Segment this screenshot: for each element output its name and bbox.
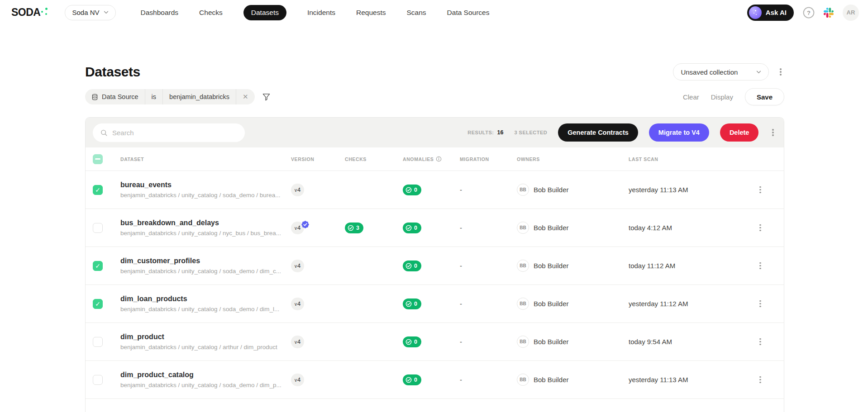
anomalies-count: 0 (414, 301, 417, 307)
filter-funnel-icon[interactable] (262, 93, 271, 101)
dataset-rows: ✓bureau_eventsbenjamin_databricks / unit… (86, 171, 784, 412)
row-checkbox[interactable] (93, 337, 103, 347)
version-prefix: v (295, 226, 297, 231)
filter-value[interactable]: benjamin_databricks (162, 89, 236, 104)
filter-remove-button[interactable]: ✕ (236, 89, 255, 104)
owner: BBBob Builder (517, 222, 629, 234)
row-select-cell (86, 375, 120, 385)
owners-cell: BBBob Builder (517, 222, 629, 234)
owner: BBBob Builder (517, 374, 629, 386)
row-menu-kebab-icon[interactable] (757, 298, 764, 310)
column-header-checks[interactable]: CHECKS (345, 156, 403, 162)
row-checkbox[interactable]: ✓ (93, 261, 103, 271)
save-button[interactable]: Save (745, 88, 784, 105)
column-header-dataset[interactable]: DATASET (120, 156, 291, 162)
version-badge: v4 (291, 336, 304, 348)
anomalies-badge[interactable]: 0 (403, 260, 421, 271)
table-row: dim_product_catalogbenjamin_databricks /… (86, 361, 784, 399)
row-checkbox[interactable]: ✓ (93, 299, 103, 309)
owners-cell: BBBob Builder (517, 298, 629, 310)
column-header-owners[interactable]: OWNERS (517, 156, 629, 162)
row-checkbox[interactable] (93, 223, 103, 233)
column-header-migration[interactable]: MIGRATION (460, 156, 517, 162)
checks-badge[interactable]: 3 (345, 223, 363, 233)
filter-field[interactable]: Data Source (85, 89, 145, 104)
search-icon (100, 129, 108, 137)
soda-logo[interactable]: SODA (11, 6, 48, 19)
column-header-last-scan[interactable]: LAST SCAN (629, 156, 757, 162)
owner-name: Bob Builder (534, 300, 569, 308)
check-icon: ✓ (95, 263, 100, 269)
ask-ai-icon (749, 6, 762, 19)
dataset-cell: bus_breakdown_and_delaysbenjamin_databri… (120, 219, 291, 237)
nav-item-scans[interactable]: Scans (406, 9, 426, 17)
page-title: Datasets (85, 64, 140, 80)
info-icon[interactable] (436, 156, 442, 162)
filter-field-label: Data Source (102, 93, 138, 100)
dataset-name-link[interactable]: dim_customer_profiles (120, 257, 200, 265)
toolbar-kebab-icon[interactable] (769, 126, 777, 139)
row-checkbox[interactable]: ✓ (93, 185, 103, 195)
dataset-cell: dim_loan_productsbenjamin_databricks / u… (120, 295, 291, 313)
org-selector-label: Soda NV (72, 9, 99, 16)
dataset-name-link[interactable]: dim_product (120, 333, 164, 341)
dataset-name-link[interactable]: bus_breakdown_and_delays (120, 219, 219, 227)
last-scan-cell: today 9:54 AM (629, 338, 757, 346)
owners-cell: BBBob Builder (517, 184, 629, 196)
row-menu-kebab-icon[interactable] (757, 260, 764, 272)
user-avatar[interactable]: AR (843, 5, 859, 21)
ask-ai-button[interactable]: Ask AI (747, 5, 794, 21)
org-selector[interactable]: Soda NV (65, 5, 115, 20)
row-menu-kebab-icon[interactable] (757, 374, 764, 386)
collection-selector[interactable]: Unsaved collection (673, 63, 769, 81)
version-cell: v4 (291, 374, 345, 386)
anomalies-cell: 0 (403, 223, 460, 233)
nav-item-checks[interactable]: Checks (199, 9, 223, 17)
row-menu-kebab-icon[interactable] (757, 336, 764, 348)
dataset-name-link[interactable]: bureau_events (120, 181, 172, 189)
owners-cell: BBBob Builder (517, 336, 629, 348)
nav-item-dashboards[interactable]: Dashboards (141, 9, 179, 17)
svg-text:?: ? (807, 9, 811, 16)
anomalies-badge[interactable]: 0 (403, 374, 421, 385)
last-scan-cell: today 4:12 AM (629, 224, 757, 232)
owner-avatar: BB (517, 336, 529, 348)
results-count: 16 (497, 129, 503, 136)
anomalies-badge[interactable]: 0 (403, 336, 421, 347)
dataset-name-link[interactable]: dim_loan_products (120, 295, 187, 303)
nav-item-incidents[interactable]: Incidents (307, 9, 335, 17)
select-all-checkbox[interactable] (93, 154, 103, 164)
owner: BBBob Builder (517, 260, 629, 272)
migration-value: - (460, 186, 462, 194)
search-input[interactable] (112, 129, 238, 137)
column-header-anomalies[interactable]: ANOMALIES (403, 156, 460, 162)
row-menu-kebab-icon[interactable] (757, 184, 764, 196)
nav-item-requests[interactable]: Requests (356, 9, 386, 17)
help-icon[interactable]: ? (803, 7, 815, 19)
anomalies-badge[interactable]: 0 (403, 298, 421, 309)
clear-button[interactable]: Clear (683, 93, 699, 101)
page-menu-kebab-icon[interactable] (777, 66, 784, 78)
anomalies-badge[interactable]: 0 (403, 223, 421, 233)
database-icon (91, 94, 98, 100)
filter-operator[interactable]: is (145, 89, 162, 104)
delete-button[interactable]: Delete (720, 123, 759, 142)
row-checkbox[interactable] (93, 375, 103, 385)
dataset-name-link[interactable]: dim_product_catalog (120, 371, 194, 379)
owners-cell: BBBob Builder (517, 260, 629, 272)
row-select-cell: ✓ (86, 299, 120, 309)
datasets-card: RESULTS: 16 3 SELECTED Generate Contract… (85, 117, 784, 412)
generate-contracts-button[interactable]: Generate Contracts (558, 123, 638, 142)
row-menu-kebab-icon[interactable] (757, 222, 764, 234)
nav-item-data-sources[interactable]: Data Sources (447, 9, 490, 17)
anomalies-badge[interactable]: 0 (403, 185, 421, 195)
column-header-version[interactable]: VERSION (291, 156, 345, 162)
migrate-to-v4-button[interactable]: Migrate to V4 (649, 123, 709, 142)
version-badge: v4 (291, 184, 304, 196)
anomalies-cell: 0 (403, 374, 460, 385)
nav-item-datasets[interactable]: Datasets (243, 5, 286, 20)
table-row: ✓dim_loan_productsbenjamin_databricks / … (86, 285, 784, 323)
slack-icon[interactable] (824, 8, 834, 18)
check-circle-icon (405, 225, 412, 231)
display-button[interactable]: Display (711, 93, 733, 101)
